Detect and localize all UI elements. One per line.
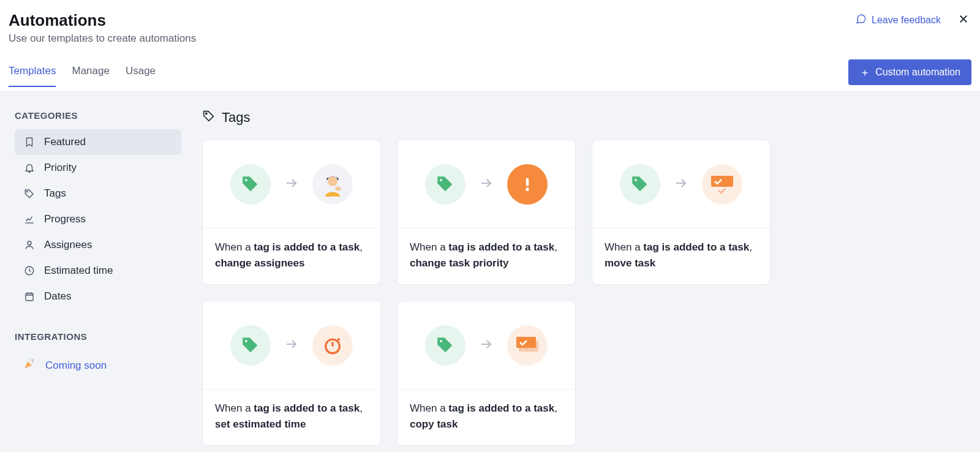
tag-icon (230, 325, 271, 366)
section-title-label: Tags (222, 110, 250, 126)
arrow-right-icon (284, 176, 299, 193)
card-description: When a tag is added to a task, change ta… (398, 228, 575, 284)
sidebar-item-dates[interactable]: Dates (15, 284, 181, 309)
card-description: When a tag is added to a task, move task (592, 228, 770, 284)
confetti-icon (23, 358, 36, 373)
main-panel: Tags (196, 92, 980, 452)
card-description: When a tag is added to a task, change as… (203, 228, 380, 284)
plus-icon: ＋ (859, 67, 870, 78)
svg-point-4 (32, 360, 34, 361)
bell-icon (23, 162, 36, 174)
chat-icon (856, 13, 867, 27)
sidebar-item-label: Progress (44, 213, 86, 225)
sidebar-item-label: Priority (44, 162, 77, 174)
tag-icon (620, 164, 660, 205)
card-description: When a tag is added to a task, set estim… (203, 390, 380, 445)
tag-icon (230, 164, 271, 205)
person-icon (23, 239, 36, 251)
svg-point-7 (245, 178, 247, 181)
tag-icon (425, 164, 466, 205)
svg-point-10 (440, 178, 442, 181)
sidebar-item-label: Featured (44, 136, 86, 148)
svg-point-14 (635, 178, 637, 181)
template-card[interactable]: When a tag is added to a task, move task (592, 140, 771, 285)
tab-usage[interactable]: Usage (126, 65, 156, 87)
tag-icon (23, 187, 36, 200)
tag-icon (425, 325, 466, 366)
svg-point-8 (328, 176, 337, 186)
sidebar-item-estimated-time[interactable]: Estimated time (15, 258, 181, 284)
sidebar-item-tags[interactable]: Tags (15, 181, 181, 206)
leave-feedback-link[interactable]: Leave feedback (856, 13, 941, 27)
card-description: When a tag is added to a task, copy task (398, 390, 575, 445)
page-subtitle: Use our templates to create automations (9, 32, 196, 45)
stopwatch-icon (312, 325, 353, 366)
integrations-coming-soon: Coming soon (15, 350, 181, 380)
templates-grid: When a tag is added to a task, change as… (202, 140, 974, 446)
card-visual (592, 140, 770, 228)
card-visual (398, 301, 575, 390)
template-card[interactable]: When a tag is added to a task, copy task (397, 301, 576, 446)
tag-icon (202, 109, 216, 126)
card-visual (203, 140, 380, 228)
tab-manage[interactable]: Manage (72, 65, 109, 87)
card-copy-icon (507, 325, 548, 366)
sidebar-item-label: Assignees (44, 239, 92, 251)
card-check-icon (702, 164, 742, 205)
card-visual (398, 140, 575, 228)
integrations-heading: INTEGRATIONS (15, 331, 181, 342)
svg-rect-20 (516, 337, 536, 348)
sidebar-item-progress[interactable]: Progress (15, 206, 181, 232)
template-card[interactable]: When a tag is added to a task, set estim… (202, 301, 381, 446)
svg-point-1 (28, 241, 31, 245)
svg-point-0 (26, 191, 28, 192)
avatar-icon (312, 164, 353, 205)
arrow-right-icon (479, 176, 494, 193)
sidebar-item-label: Dates (44, 290, 71, 303)
card-visual (203, 301, 380, 390)
bookmark-icon (23, 136, 36, 148)
svg-point-6 (206, 113, 207, 114)
calendar-icon (23, 290, 36, 303)
chart-icon (23, 213, 36, 225)
leave-feedback-label: Leave feedback (872, 15, 941, 26)
clock-icon (23, 265, 36, 277)
coming-soon-label: Coming soon (45, 360, 107, 372)
header: Automations Use our templates to create … (0, 0, 980, 92)
sidebar: CATEGORIES Featured Priority Tags (0, 92, 196, 452)
arrow-right-icon (674, 176, 688, 193)
close-button[interactable] (956, 11, 971, 29)
svg-point-13 (526, 187, 529, 190)
template-card[interactable]: When a tag is added to a task, change as… (202, 140, 381, 285)
sidebar-item-featured[interactable]: Featured (15, 129, 181, 155)
sidebar-item-label: Estimated time (44, 265, 113, 277)
custom-automation-button[interactable]: ＋ Custom automation (848, 59, 971, 85)
tab-templates[interactable]: Templates (9, 65, 56, 87)
close-icon (958, 17, 969, 26)
tabs: Templates Manage Usage (9, 65, 156, 86)
svg-point-16 (245, 339, 247, 342)
sidebar-item-label: Tags (44, 187, 66, 200)
svg-rect-12 (526, 178, 529, 186)
section-title: Tags (202, 109, 974, 126)
svg-rect-3 (26, 293, 33, 301)
svg-point-18 (440, 339, 442, 342)
svg-point-9 (335, 186, 341, 190)
sidebar-item-priority[interactable]: Priority (15, 155, 181, 181)
page-title: Automations (9, 11, 196, 30)
svg-point-5 (30, 358, 31, 359)
arrow-right-icon (284, 337, 299, 354)
custom-automation-label: Custom automation (875, 67, 960, 78)
sidebar-item-assignees[interactable]: Assignees (15, 232, 181, 258)
arrow-right-icon (479, 337, 494, 354)
svg-rect-15 (711, 176, 733, 187)
template-card[interactable]: When a tag is added to a task, change ta… (397, 140, 576, 285)
alert-icon (507, 164, 548, 205)
categories-heading: CATEGORIES (15, 110, 181, 121)
